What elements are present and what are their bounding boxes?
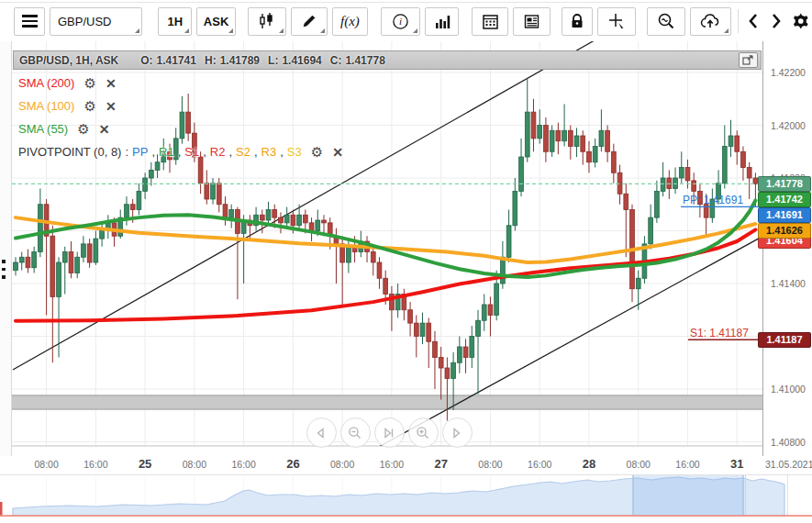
zoom-in-button[interactable] xyxy=(408,417,439,448)
interval-selector[interactable]: 1H xyxy=(158,7,192,36)
close-label: C: xyxy=(330,54,342,67)
indicator-remove-icon[interactable]: ✕ xyxy=(99,122,110,137)
scroll-left-button[interactable] xyxy=(744,7,762,36)
dropdown-corner-icon xyxy=(135,28,139,33)
time-tick-label: 08:00 xyxy=(478,459,502,470)
scroll-right-button[interactable] xyxy=(767,7,785,36)
gear-icon xyxy=(792,11,810,31)
symbol-selector[interactable]: GBP/USD xyxy=(50,7,142,36)
interval-label: 1H xyxy=(168,15,184,28)
volume-bars-icon xyxy=(434,13,450,29)
chart-type-candles-icon xyxy=(258,12,276,30)
pivot-level-label: S1 xyxy=(184,145,199,159)
axis-date-label: 31.05.2021 xyxy=(765,459,812,470)
time-tick-label: 08:00 xyxy=(627,459,651,470)
pivot-comma: , xyxy=(228,145,232,159)
day-tick-label: 27 xyxy=(434,457,447,471)
save-cloud-button[interactable] xyxy=(690,7,730,36)
navigator-strip[interactable] xyxy=(0,474,812,517)
time-tick-label: 16:00 xyxy=(380,459,404,470)
pivot-indicator-label: PIVOTPOINT (0, 8) xyxy=(18,145,121,159)
fx-indicator-icon: f(x) xyxy=(340,14,360,29)
chart-type-button[interactable] xyxy=(248,7,286,36)
indicator-remove-icon[interactable]: ✕ xyxy=(106,99,117,114)
zoom-out-button[interactable] xyxy=(340,417,371,448)
go-to-latest-button[interactable] xyxy=(374,417,405,448)
svg-text:S1: 1.41187: S1: 1.41187 xyxy=(690,327,749,339)
navigator-selection[interactable] xyxy=(633,475,743,516)
pivot-separator: : xyxy=(125,145,128,159)
svg-text:PP: 1.41691: PP: 1.41691 xyxy=(683,194,743,206)
detach-chart-button[interactable] xyxy=(739,52,758,68)
pivot-level-label: S2 xyxy=(236,145,250,159)
chevron-right-icon xyxy=(770,13,783,29)
pan-right-icon xyxy=(449,425,465,441)
price-axis[interactable]: 1.422001.420001.418001.416001.414001.412… xyxy=(762,41,812,456)
low-value: 1.41694 xyxy=(282,54,321,67)
price-tick-label: 1.40800 xyxy=(771,437,806,448)
chart-instrument-label: GBP/USD, 1H, ASK xyxy=(19,54,118,67)
close-value: 1.41778 xyxy=(345,54,384,67)
draw-button[interactable] xyxy=(291,7,328,36)
price-tick-label: 1.42000 xyxy=(771,120,806,131)
menu-button[interactable] xyxy=(14,7,45,36)
lock-button[interactable] xyxy=(562,7,593,36)
chart-title-bar: GBP/USD, 1H, ASK O:1.41741 H:1.41789 L:1… xyxy=(13,50,762,70)
indicator-remove-icon[interactable]: ✕ xyxy=(106,76,117,91)
price-tick-label: 1.41400 xyxy=(771,278,806,289)
indicator-settings-icon[interactable]: ⚙ xyxy=(83,98,95,115)
indicator-settings-icon[interactable]: ⚙ xyxy=(311,144,323,161)
legend-row-pivot: PIVOTPOINT (0, 8) : PP, R1, S1, R2, S2, … xyxy=(18,144,343,160)
legend-row: SMA (100)⚙✕ xyxy=(18,98,343,114)
drawing-toolbar-strip xyxy=(0,41,12,456)
dropdown-corner-icon xyxy=(279,28,284,33)
high-value: 1.41789 xyxy=(220,54,260,67)
news-button[interactable] xyxy=(513,7,551,36)
indicator-settings-icon[interactable]: ⚙ xyxy=(83,75,95,92)
volume-button[interactable] xyxy=(425,7,459,36)
top-divider xyxy=(0,2,812,3)
settings-button[interactable] xyxy=(790,7,812,36)
indicator-label: SMA (100) xyxy=(18,99,74,113)
pivot-comma: , xyxy=(280,145,284,159)
pan-right-button[interactable] xyxy=(442,417,473,448)
pencil-icon xyxy=(301,13,317,29)
calendar-button[interactable] xyxy=(472,7,509,36)
indicator-remove-icon[interactable]: ✕ xyxy=(332,145,343,160)
info-icon: i xyxy=(392,13,409,30)
indicators-button[interactable]: f(x) xyxy=(332,7,369,36)
calendar-icon xyxy=(482,13,499,30)
dropdown-corner-icon xyxy=(413,28,417,33)
crosshair-icon xyxy=(608,13,626,30)
symbol-label: GBP/USD xyxy=(58,15,112,28)
pan-left-icon xyxy=(313,425,329,441)
zoom-data-button[interactable] xyxy=(647,7,685,36)
price-tick-label: 1.41200 xyxy=(771,331,806,342)
indicator-settings-icon[interactable]: ⚙ xyxy=(77,121,89,138)
pivot-level-label: R3 xyxy=(261,145,277,159)
lock-icon xyxy=(569,13,585,29)
trading-app-window: GBP/USD 1H ASK xyxy=(0,0,812,523)
dropdown-corner-icon xyxy=(320,28,325,33)
day-tick-label: 31 xyxy=(730,457,743,471)
zoom-out-icon xyxy=(347,425,363,441)
legend-row: SMA (55)⚙✕ xyxy=(18,121,343,137)
crosshair-button[interactable] xyxy=(597,7,636,36)
info-button[interactable]: i xyxy=(381,7,420,36)
pan-left-button[interactable] xyxy=(306,417,337,448)
open-in-window-icon xyxy=(742,55,754,65)
open-label: O: xyxy=(140,54,152,67)
drawing-toolbar-handle[interactable] xyxy=(2,260,6,279)
time-tick-label: 08:00 xyxy=(34,459,58,470)
price-tick-label: 1.41000 xyxy=(771,384,806,395)
hamburger-icon xyxy=(22,15,38,28)
zoom-in-icon xyxy=(415,425,431,441)
time-axis[interactable]: 08:0016:002508:0016:002608:0016:002708:0… xyxy=(12,456,762,473)
time-tick-label: 08:00 xyxy=(183,459,206,470)
pivot-level-label: R1 xyxy=(159,145,174,159)
pivot-comma: , xyxy=(203,145,206,159)
dropdown-corner-icon xyxy=(184,28,189,33)
price-mode-selector[interactable]: ASK xyxy=(196,7,235,36)
time-tick-label: 16:00 xyxy=(675,459,699,470)
toolbar-divider xyxy=(738,9,739,33)
